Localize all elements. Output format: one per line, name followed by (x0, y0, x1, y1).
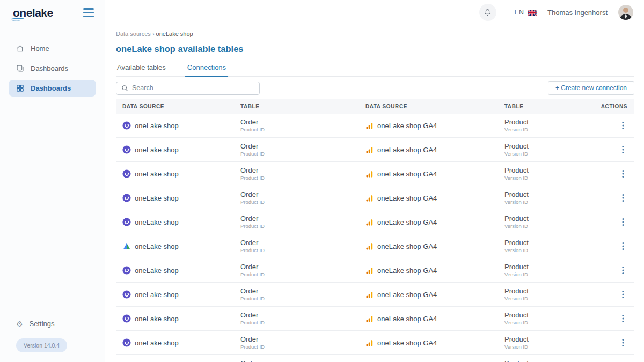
source1-cell: oneLake shop (116, 121, 236, 130)
actions-cell (601, 240, 634, 253)
source2-label: oneLake shop GA4 (377, 194, 437, 202)
language-selector[interactable]: EN (515, 9, 537, 16)
source2-label: oneLake shop GA4 (377, 170, 437, 178)
sidebar-item-dashboards[interactable]: Dashboards (9, 60, 96, 77)
table1-cell: Order Product ID (236, 311, 361, 327)
table1-cell: Order Product ID (236, 335, 361, 351)
table2-cell: Product Version ID (499, 239, 601, 254)
table1-name: Order (240, 190, 361, 199)
row-actions-kebab-button[interactable] (619, 119, 627, 132)
row-actions-kebab-button[interactable] (619, 336, 627, 349)
main-area: EN Thomas Ingenhorst (105, 0, 644, 362)
source1-label: oneLake shop (135, 339, 179, 347)
user-name[interactable]: Thomas Ingenhorst (547, 9, 608, 17)
user-avatar[interactable] (618, 5, 633, 20)
table2-field: Version ID (504, 247, 601, 254)
table1-cell: Order Product ID (236, 359, 361, 362)
table2-cell: Product Version ID (499, 263, 601, 278)
shop-icon (122, 338, 131, 347)
source1-cell: oneLake shop (116, 290, 236, 299)
ga4-icon (365, 170, 374, 178)
table2-cell: Product Version ID (499, 118, 601, 134)
table2-name: Product (504, 166, 601, 175)
table-row[interactable]: oneLake shop Order Product ID oneLake sh… (116, 138, 634, 162)
row-actions-kebab-button[interactable] (619, 143, 627, 156)
shop-icon (122, 314, 131, 323)
source1-cell: oneLake shop (116, 242, 236, 250)
table1-cell: Order Product ID (236, 215, 361, 230)
search-input[interactable] (132, 84, 254, 92)
table-row[interactable]: oneLake shop Order Product ID oneLake sh… (116, 331, 634, 355)
table-row[interactable]: oneLake shop Order Product ID oneLake sh… (116, 162, 634, 186)
kebab-icon (622, 169, 624, 178)
row-actions-kebab-button[interactable] (619, 191, 627, 204)
source1-cell: oneLake shop (116, 338, 236, 347)
table-row[interactable]: oneLake shop Order Product ID oneLake sh… (116, 114, 634, 138)
source2-label: oneLake shop GA4 (377, 291, 437, 299)
tab-available-tables[interactable]: Available tables (116, 63, 167, 76)
kebab-icon (622, 338, 624, 347)
ga4-icon (365, 242, 374, 250)
hamburger-menu-icon[interactable] (83, 6, 94, 19)
table2-cell: Product Version ID (499, 142, 601, 158)
table-row[interactable]: oneLake shop Order Product ID oneLake sh… (116, 258, 634, 283)
source1-label: oneLake shop (135, 267, 179, 275)
actions-cell (601, 191, 634, 204)
source2-label: oneLake shop GA4 (377, 122, 437, 130)
shop-icon (122, 121, 131, 130)
ga4-icon (365, 194, 374, 202)
create-connection-button[interactable]: + Create new connection (548, 81, 634, 95)
table2-cell: Product Version ID (499, 166, 601, 182)
row-actions-kebab-button[interactable] (619, 216, 627, 228)
ga4-icon (365, 122, 374, 130)
actions-cell (601, 264, 634, 277)
table2-name: Product (504, 239, 601, 247)
source2-cell: oneLake shop GA4 (361, 267, 499, 275)
kebab-icon (622, 218, 624, 226)
logo-text: onelake (13, 6, 53, 19)
table-row[interactable]: oneLake shop Order Product ID oneLake sh… (116, 234, 634, 258)
table-row[interactable]: oneLake shop Order Product ID oneLake sh… (116, 186, 634, 210)
table-row[interactable]: oneLake shop Order Product ID oneLake sh… (116, 210, 634, 234)
search-icon (121, 85, 128, 92)
connections-table: DATA SOURCE TABLE DATA SOURCE TABLE ACTI… (116, 99, 634, 362)
tab-connections[interactable]: Connections (186, 63, 227, 76)
kebab-icon (622, 121, 624, 130)
notification-bell-button[interactable] (479, 4, 496, 21)
source2-cell: oneLake shop GA4 (361, 218, 499, 226)
row-actions-kebab-button[interactable] (619, 264, 627, 277)
sidebar-item-home[interactable]: Home (9, 40, 96, 57)
row-actions-kebab-button[interactable] (619, 240, 627, 253)
sidebar-header: onelake (0, 0, 105, 25)
table-row[interactable]: oneLake shop Order Product ID oneLake sh… (116, 307, 634, 331)
row-actions-kebab-button[interactable] (619, 312, 627, 325)
actions-cell (601, 119, 634, 132)
page-title: oneLake shop available tables (116, 44, 634, 54)
source1-label: oneLake shop (135, 242, 179, 250)
row-actions-kebab-button[interactable] (619, 167, 627, 180)
table2-cell: Product Version ID (499, 190, 601, 206)
sidebar-item-dashboards-active[interactable]: Dashboards (9, 80, 96, 97)
topbar: EN Thomas Ingenhorst (105, 0, 644, 25)
sidebar-item-settings[interactable]: ⚙ Settings (9, 316, 96, 331)
table2-field: Version ID (504, 223, 601, 230)
table1-field: Product ID (240, 247, 361, 254)
row-actions-kebab-button[interactable] (619, 288, 627, 301)
table-row[interactable]: oneLake shop Order Product ID oneLake sh… (116, 355, 634, 362)
search-box[interactable] (116, 82, 260, 95)
table1-name: Order (240, 287, 361, 295)
version-badge: Version 14.0.4 (16, 338, 67, 352)
layers-icon (16, 64, 24, 72)
shop-icon (122, 194, 131, 202)
table-row[interactable]: oneLake shop Order Product ID oneLake sh… (116, 283, 634, 307)
source1-cell: oneLake shop (116, 314, 236, 323)
onelake-logo[interactable]: onelake (13, 6, 53, 19)
source1-cell: oneLake shop (116, 194, 236, 202)
col-header-actions: ACTIONS (601, 104, 634, 109)
table2-name: Product (504, 335, 601, 344)
col-header-table-1: TABLE (236, 104, 361, 109)
table2-name: Product (504, 263, 601, 271)
source1-label: oneLake shop (135, 122, 179, 130)
breadcrumb-parent[interactable]: Data sources (116, 31, 151, 37)
source1-cell: oneLake shop (116, 218, 236, 226)
